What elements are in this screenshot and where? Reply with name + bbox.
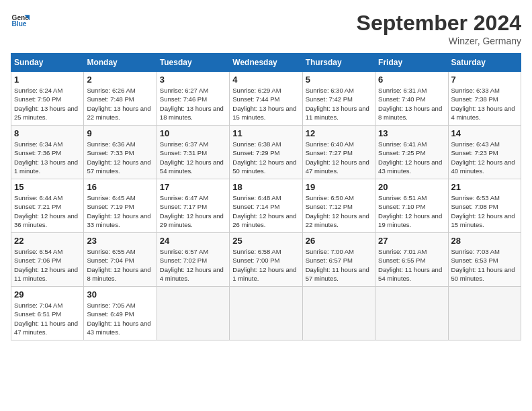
cell-text: Sunrise: 7:03 AMSunset: 6:53 PMDaylight:… <box>451 248 515 282</box>
table-row: 11Sunrise: 6:38 AMSunset: 7:29 PMDayligh… <box>230 126 302 179</box>
cell-text: Sunrise: 6:24 AMSunset: 7:50 PMDaylight:… <box>14 87 78 121</box>
cell-text: Sunrise: 6:58 AMSunset: 7:00 PMDaylight:… <box>232 248 296 282</box>
day-number: 5 <box>306 75 372 85</box>
table-row: 28Sunrise: 7:03 AMSunset: 6:53 PMDayligh… <box>448 233 521 287</box>
table-row: 22Sunrise: 6:54 AMSunset: 7:06 PMDayligh… <box>11 233 84 287</box>
table-row: 2Sunrise: 6:26 AMSunset: 7:48 PMDaylight… <box>84 72 157 126</box>
table-row: 23Sunrise: 6:55 AMSunset: 7:04 PMDayligh… <box>84 233 157 287</box>
table-row <box>448 287 521 340</box>
col-monday: Monday <box>84 54 157 72</box>
table-row: 7Sunrise: 6:33 AMSunset: 7:38 PMDaylight… <box>448 72 521 126</box>
table-row: 3Sunrise: 6:27 AMSunset: 7:46 PMDaylight… <box>157 72 229 126</box>
table-row: 21Sunrise: 6:53 AMSunset: 7:08 PMDayligh… <box>448 179 521 233</box>
calendar-row: 22Sunrise: 6:54 AMSunset: 7:06 PMDayligh… <box>11 233 521 287</box>
cell-text: Sunrise: 6:54 AMSunset: 7:06 PMDaylight:… <box>14 248 78 282</box>
cell-text: Sunrise: 6:48 AMSunset: 7:14 PMDaylight:… <box>232 194 296 228</box>
day-number: 29 <box>14 289 81 300</box>
cell-text: Sunrise: 6:57 AMSunset: 7:02 PMDaylight:… <box>160 248 224 282</box>
col-friday: Friday <box>375 54 448 72</box>
day-number: 8 <box>14 128 81 138</box>
day-number: 3 <box>160 75 226 85</box>
cell-text: Sunrise: 6:33 AMSunset: 7:38 PMDaylight:… <box>451 87 515 121</box>
day-number: 12 <box>306 128 372 138</box>
calendar-table: Sunday Monday Tuesday Wednesday Thursday… <box>11 53 521 340</box>
day-number: 14 <box>451 128 518 138</box>
cell-text: Sunrise: 6:51 AMSunset: 7:10 PMDaylight:… <box>378 194 442 228</box>
cell-text: Sunrise: 6:50 AMSunset: 7:12 PMDaylight:… <box>306 194 369 228</box>
cell-text: Sunrise: 6:45 AMSunset: 7:19 PMDaylight:… <box>87 194 150 228</box>
col-sunday: Sunday <box>11 54 84 72</box>
table-row: 29Sunrise: 7:04 AMSunset: 6:51 PMDayligh… <box>11 287 84 340</box>
day-number: 26 <box>306 236 372 246</box>
cell-text: Sunrise: 7:04 AMSunset: 6:51 PMDaylight:… <box>14 302 78 336</box>
table-row: 6Sunrise: 6:31 AMSunset: 7:40 PMDaylight… <box>375 72 448 126</box>
day-number: 6 <box>378 75 445 85</box>
table-row: 27Sunrise: 7:01 AMSunset: 6:55 PMDayligh… <box>375 233 448 287</box>
cell-text: Sunrise: 7:01 AMSunset: 6:55 PMDaylight:… <box>378 248 442 282</box>
logo-icon: General Blue <box>11 11 30 30</box>
day-number: 28 <box>451 236 518 246</box>
cell-text: Sunrise: 6:55 AMSunset: 7:04 PMDaylight:… <box>87 248 150 282</box>
day-number: 10 <box>160 128 226 138</box>
day-number: 23 <box>87 236 153 246</box>
table-row: 16Sunrise: 6:45 AMSunset: 7:19 PMDayligh… <box>84 179 157 233</box>
table-row <box>375 287 448 340</box>
cell-text: Sunrise: 6:34 AMSunset: 7:36 PMDaylight:… <box>14 140 78 175</box>
day-number: 18 <box>232 182 299 192</box>
day-number: 24 <box>160 236 226 246</box>
cell-text: Sunrise: 7:05 AMSunset: 6:49 PMDaylight:… <box>87 302 150 336</box>
table-row: 5Sunrise: 6:30 AMSunset: 7:42 PMDaylight… <box>302 72 375 126</box>
page-header: General Blue September 2024 Winzer, Germ… <box>11 11 521 46</box>
day-number: 1 <box>14 75 81 85</box>
cell-text: Sunrise: 6:53 AMSunset: 7:08 PMDaylight:… <box>451 194 515 228</box>
calendar-row: 8Sunrise: 6:34 AMSunset: 7:36 PMDaylight… <box>11 126 521 179</box>
table-row: 19Sunrise: 6:50 AMSunset: 7:12 PMDayligh… <box>302 179 375 233</box>
cell-text: Sunrise: 6:41 AMSunset: 7:25 PMDaylight:… <box>378 140 442 175</box>
day-number: 20 <box>378 182 445 192</box>
calendar-row: 15Sunrise: 6:44 AMSunset: 7:21 PMDayligh… <box>11 179 521 233</box>
day-number: 30 <box>87 289 153 300</box>
day-number: 22 <box>14 236 81 246</box>
day-number: 21 <box>451 182 518 192</box>
day-number: 7 <box>451 75 518 85</box>
cell-text: Sunrise: 6:38 AMSunset: 7:29 PMDaylight:… <box>232 140 296 175</box>
cell-text: Sunrise: 6:27 AMSunset: 7:46 PMDaylight:… <box>160 87 224 121</box>
table-row: 10Sunrise: 6:37 AMSunset: 7:31 PMDayligh… <box>157 126 229 179</box>
location: Winzer, Germany <box>357 36 521 46</box>
cell-text: Sunrise: 6:47 AMSunset: 7:17 PMDaylight:… <box>160 194 224 228</box>
table-row: 25Sunrise: 6:58 AMSunset: 7:00 PMDayligh… <box>230 233 302 287</box>
day-number: 25 <box>232 236 299 246</box>
cell-text: Sunrise: 6:30 AMSunset: 7:42 PMDaylight:… <box>306 87 369 121</box>
table-row: 20Sunrise: 6:51 AMSunset: 7:10 PMDayligh… <box>375 179 448 233</box>
day-number: 17 <box>160 182 226 192</box>
header-row: Sunday Monday Tuesday Wednesday Thursday… <box>11 54 521 72</box>
title-block: September 2024 Winzer, Germany <box>357 11 521 46</box>
table-row: 12Sunrise: 6:40 AMSunset: 7:27 PMDayligh… <box>302 126 375 179</box>
table-row: 9Sunrise: 6:36 AMSunset: 7:33 PMDaylight… <box>84 126 157 179</box>
table-row: 18Sunrise: 6:48 AMSunset: 7:14 PMDayligh… <box>230 179 302 233</box>
day-number: 9 <box>87 128 153 138</box>
day-number: 4 <box>232 75 299 85</box>
cell-text: Sunrise: 7:00 AMSunset: 6:57 PMDaylight:… <box>306 248 369 282</box>
col-wednesday: Wednesday <box>230 54 302 72</box>
table-row: 17Sunrise: 6:47 AMSunset: 7:17 PMDayligh… <box>157 179 229 233</box>
table-row: 4Sunrise: 6:29 AMSunset: 7:44 PMDaylight… <box>230 72 302 126</box>
calendar-row: 29Sunrise: 7:04 AMSunset: 6:51 PMDayligh… <box>11 287 521 340</box>
table-row <box>230 287 302 340</box>
month-title: September 2024 <box>357 11 521 36</box>
table-row: 24Sunrise: 6:57 AMSunset: 7:02 PMDayligh… <box>157 233 229 287</box>
table-row <box>302 287 375 340</box>
table-row: 8Sunrise: 6:34 AMSunset: 7:36 PMDaylight… <box>11 126 84 179</box>
day-number: 27 <box>378 236 445 246</box>
col-saturday: Saturday <box>448 54 521 72</box>
cell-text: Sunrise: 6:29 AMSunset: 7:44 PMDaylight:… <box>232 87 296 121</box>
day-number: 13 <box>378 128 445 138</box>
table-row <box>157 287 229 340</box>
logo: General Blue <box>11 11 30 30</box>
table-row: 30Sunrise: 7:05 AMSunset: 6:49 PMDayligh… <box>84 287 157 340</box>
day-number: 11 <box>232 128 299 138</box>
day-number: 2 <box>87 75 153 85</box>
cell-text: Sunrise: 6:26 AMSunset: 7:48 PMDaylight:… <box>87 87 150 121</box>
cell-text: Sunrise: 6:31 AMSunset: 7:40 PMDaylight:… <box>378 87 442 121</box>
col-thursday: Thursday <box>302 54 375 72</box>
